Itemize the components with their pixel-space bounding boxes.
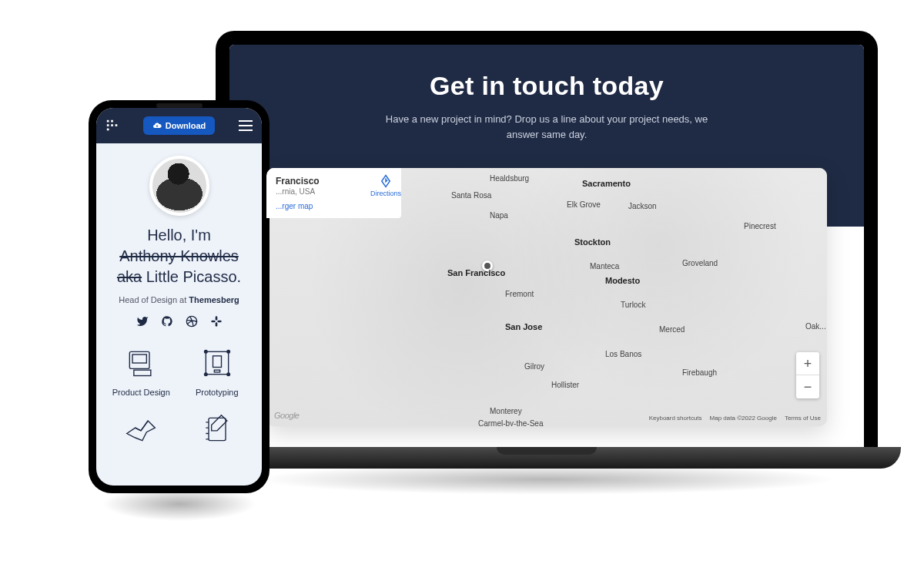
notebook-icon <box>200 412 234 446</box>
burger-line-icon <box>239 129 253 131</box>
map-attribution: Map data ©2022 Google <box>710 415 777 422</box>
laptop-shadow <box>254 464 839 495</box>
map-city-label: Napa <box>490 211 508 220</box>
map-larger-link[interactable]: ...rger map <box>276 202 392 210</box>
svg-rect-1 <box>111 120 113 123</box>
skill-prototyping: Prototyping <box>183 346 252 397</box>
phone-shell: Download Hello, I'm Anthony Knowles aka … <box>89 100 270 493</box>
map-city-label: San Francisco <box>447 268 505 277</box>
skill-notebook <box>183 412 252 454</box>
skill-label: Product Design <box>107 388 176 397</box>
contact-map[interactable]: Francisco ...rnia, USA ...rger map Direc… <box>266 168 827 426</box>
map-google-logo: Google <box>274 411 299 420</box>
svg-rect-8 <box>215 322 217 326</box>
origami-bird-icon <box>124 412 158 446</box>
map-city-label: Jackson <box>628 202 657 210</box>
phone-viewport: Download Hello, I'm Anthony Knowles aka … <box>96 108 262 486</box>
svg-rect-13 <box>134 370 151 375</box>
svg-rect-2 <box>107 124 109 126</box>
map-city-label: Fremont <box>505 290 534 298</box>
map-city-label: Groveland <box>682 259 718 267</box>
dribbble-icon[interactable] <box>186 315 198 328</box>
phone-mockup: Download Hello, I'm Anthony Knowles aka … <box>89 100 270 493</box>
hero-subtitle: Have a new project in mind? Drop us a li… <box>370 112 724 142</box>
map-directions-button[interactable]: Directions <box>367 174 405 197</box>
svg-rect-5 <box>107 129 109 131</box>
svg-rect-20 <box>214 370 219 372</box>
social-links <box>107 315 251 328</box>
greeting-nickname: Little Picasso. <box>142 268 241 285</box>
hero-title: Get in touch today <box>245 71 849 101</box>
menu-toggle-button[interactable] <box>239 120 253 131</box>
svg-point-15 <box>204 351 207 354</box>
map-city-label: Firebaugh <box>682 368 717 377</box>
greeting-strike-name: Anthony Knowles <box>119 247 239 264</box>
map-city-label: Oak... <box>805 322 826 331</box>
map-city-label: Turlock <box>621 301 645 309</box>
svg-point-16 <box>227 351 230 354</box>
laptop-mockup: Get in touch today Have a new project in… <box>216 31 878 469</box>
map-terms-link[interactable]: Terms of Use <box>785 415 821 422</box>
map-city-label: Los Banos <box>605 350 641 358</box>
svg-point-17 <box>204 373 207 376</box>
prototyping-icon <box>200 346 234 380</box>
burger-line-icon <box>239 125 253 126</box>
map-city-label: San Jose <box>505 322 542 331</box>
profile-greeting: Hello, I'm Anthony Knowles aka Little Pi… <box>107 225 251 287</box>
map-zoom-in-button[interactable]: + <box>796 352 819 375</box>
role-company-link[interactable]: Themesberg <box>189 295 239 304</box>
map-city-label: Merced <box>659 325 685 334</box>
burger-line-icon <box>239 120 253 122</box>
map-city-label: Elk Grove <box>567 200 601 209</box>
brand-logo-icon[interactable] <box>105 119 119 133</box>
download-label: Download <box>166 121 206 130</box>
github-icon[interactable] <box>161 315 173 328</box>
logo-dots-icon <box>105 119 119 133</box>
svg-rect-12 <box>132 355 146 363</box>
svg-point-18 <box>227 373 230 376</box>
laptop-screen: Get in touch today Have a new project in… <box>216 31 878 447</box>
map-city-label: Modesto <box>605 276 640 285</box>
profile-role: Head of Design at Themesberg <box>107 295 251 304</box>
map-city-label: Healdsburg <box>490 174 529 183</box>
map-city-label: Monterey <box>490 407 522 415</box>
skills-grid: Product Design Prototyping <box>107 346 251 454</box>
svg-rect-4 <box>116 124 118 126</box>
map-city-label: Pinecrest <box>744 222 776 230</box>
map-city-label: Sacramento <box>582 179 631 188</box>
map-shortcuts-link[interactable]: Keyboard shortcuts <box>649 415 702 422</box>
map-city-label: Hollister <box>551 381 579 389</box>
avatar <box>149 156 209 216</box>
profile-section: Hello, I'm Anthony Knowles aka Little Pi… <box>96 143 262 466</box>
svg-rect-19 <box>213 356 221 368</box>
twitter-icon[interactable] <box>136 315 149 328</box>
directions-icon <box>379 174 393 188</box>
download-button[interactable]: Download <box>143 116 216 135</box>
svg-rect-0 <box>107 120 109 123</box>
svg-rect-3 <box>111 124 113 126</box>
product-design-icon <box>124 346 158 380</box>
map-zoom-out-button[interactable]: − <box>796 375 819 398</box>
skill-label: Prototyping <box>183 388 252 397</box>
map-city-label: Manteca <box>590 262 619 271</box>
laptop-viewport: Get in touch today Have a new project in… <box>229 45 864 447</box>
greeting-strike-aka: aka <box>117 268 142 285</box>
svg-rect-7 <box>215 316 217 320</box>
map-city-label: Santa Rosa <box>451 191 491 200</box>
skill-product-design: Product Design <box>107 346 176 397</box>
mobile-navbar: Download <box>96 108 262 143</box>
greeting-line1: Hello, I'm <box>147 227 211 244</box>
map-footer: Keyboard shortcuts Map data ©2022 Google… <box>649 415 821 422</box>
map-city-label: Gilroy <box>524 362 544 371</box>
cloud-download-icon <box>152 121 162 130</box>
role-prefix: Head of Design at <box>119 295 189 304</box>
map-city-label: Stockton <box>574 237 611 247</box>
skill-origami <box>107 412 176 454</box>
map-city-label: Carmel-by-the-Sea <box>478 419 543 426</box>
svg-rect-10 <box>217 321 221 323</box>
svg-rect-9 <box>211 321 215 323</box>
slack-icon[interactable] <box>210 315 223 328</box>
map-zoom-controls: + − <box>796 352 819 398</box>
svg-rect-14 <box>206 351 228 374</box>
map-directions-label: Directions <box>370 190 401 197</box>
